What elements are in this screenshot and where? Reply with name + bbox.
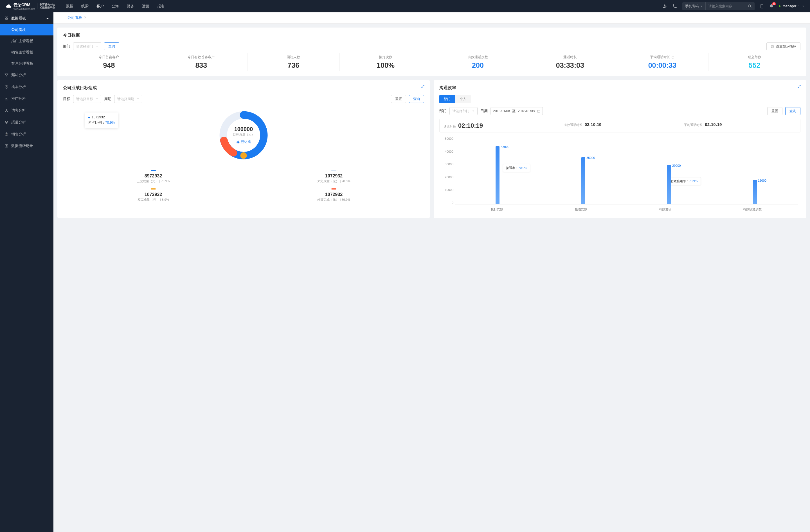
metric: 平均通话时长02:10:19	[680, 119, 800, 132]
channel-icon	[4, 120, 9, 124]
card-title: 今日数据	[63, 33, 800, 38]
donut-chart: 1072932 所占比例：70.9% 100000 目标总量（元）	[63, 109, 424, 162]
query-button[interactable]: 查询	[785, 107, 800, 115]
sidebar-item[interactable]: 客户经理看板	[0, 58, 53, 69]
sidebar-item[interactable]: 公司看板	[0, 24, 53, 35]
dept-select[interactable]: 请选择部门	[73, 43, 101, 50]
svg-rect-5	[7, 19, 8, 20]
nav-item[interactable]: 客户	[96, 4, 104, 9]
target-select[interactable]: 请选择目标	[73, 95, 101, 103]
svg-point-7	[6, 110, 7, 111]
expand-icon[interactable]	[797, 85, 801, 88]
card-title: 公司业绩目标达成	[63, 85, 424, 90]
card-goal: 公司业绩目标达成 目标 请选择目标 周期 请选择周期 重置	[58, 80, 430, 218]
menu-toggle-icon[interactable]	[58, 16, 62, 20]
search-icon[interactable]	[745, 4, 755, 8]
sidebar-item[interactable]: 推广分析	[0, 93, 53, 105]
gear-icon	[771, 45, 774, 48]
kpi: 通话时长03:33:03	[524, 53, 616, 71]
nav-item[interactable]: 线索	[81, 4, 88, 9]
logo[interactable]: 云朵CRM www.yunduocrm.com 教育机构一站 式服务云平台	[6, 2, 55, 10]
calendar-icon	[537, 110, 540, 113]
sidebar-item[interactable]: 渠道分析	[0, 116, 53, 128]
chevron-down-icon	[96, 45, 98, 48]
kpi: 成交单数552	[709, 53, 800, 71]
settings-button[interactable]: 设置显示指标	[766, 43, 800, 50]
bar: 18000	[753, 180, 757, 204]
search-box: 手机号码	[682, 2, 755, 10]
goal-status: 已达成	[236, 139, 251, 144]
sidebar-item[interactable]: 访客分析	[0, 105, 53, 116]
kpi: 拨打次数100%	[340, 53, 432, 71]
bar: 29000	[667, 165, 671, 204]
sidebar-group-header[interactable]: 数据看板	[0, 12, 53, 24]
brand-url: www.yunduocrm.com	[14, 7, 35, 10]
chevron-down-icon	[96, 98, 98, 100]
thumb-up-icon	[236, 140, 240, 144]
nav-item[interactable]: 公海	[112, 4, 119, 9]
legend-item: 1072932应完成量（元） | 8.9%	[63, 186, 244, 204]
legend-grid: 8972932已完成量（元） | 70.9%1072932未完成量（元） | 2…	[63, 167, 424, 204]
svg-rect-3	[7, 17, 8, 18]
mobile-icon[interactable]	[760, 4, 764, 9]
dept-select[interactable]: 请选择部门	[450, 107, 477, 115]
flow-icon	[4, 144, 9, 148]
add-user-icon[interactable]	[662, 4, 667, 9]
chart-icon	[4, 97, 9, 101]
notify-badge: 5	[772, 2, 776, 5]
sidebar-item[interactable]: 推广主管看板	[0, 35, 53, 47]
rate-tooltip: 接通率：70.9%	[503, 164, 530, 172]
svg-point-8	[5, 121, 6, 121]
reset-button[interactable]: 重置	[767, 107, 782, 115]
period-select[interactable]: 请选择周期	[114, 95, 142, 103]
chevron-down-icon	[700, 5, 702, 7]
query-button[interactable]: 查询	[409, 95, 424, 103]
query-button[interactable]: 查询	[104, 43, 119, 50]
sidebar-item[interactable]: 销售分析	[0, 128, 53, 140]
svg-point-10	[6, 123, 7, 123]
svg-text:?: ?	[673, 56, 673, 58]
svg-rect-2	[5, 17, 6, 18]
help-icon: ?	[671, 56, 675, 59]
sidebar-item[interactable]: 销售主管看板	[0, 47, 53, 58]
card-communication: 沟通效率 部门 个人 部门 请选择部门 日期 2018/01/08	[434, 80, 806, 218]
nav-item[interactable]: 财务	[127, 4, 134, 9]
seg-person[interactable]: 个人	[455, 95, 471, 103]
chevron-down-icon	[472, 110, 474, 112]
search-input[interactable]	[706, 4, 745, 8]
sidebar-item[interactable]: 数据流转记录	[0, 140, 53, 152]
nav-item[interactable]: 数据	[66, 4, 74, 9]
reset-button[interactable]: 重置	[391, 95, 406, 103]
kpi: 平均通话时长 ?00:00:33	[616, 53, 709, 71]
search-type-select[interactable]: 手机号码	[682, 2, 706, 10]
user-menu[interactable]: manager11	[779, 4, 804, 8]
brand-name: 云朵CRM	[14, 2, 35, 7]
main: 公司看板 ✕ 今日数据 部门 请选择部门 查询 设置显示指	[53, 12, 810, 532]
sidebar-item[interactable]: 漏斗分析	[0, 69, 53, 81]
svg-rect-20	[537, 110, 540, 113]
sales-icon	[4, 132, 9, 136]
sidebar-item[interactable]: 成本分析	[0, 81, 53, 93]
top-nav: 数据线索客户公海财务运营报名	[66, 4, 164, 9]
date-range-input[interactable]: 2018/01/08 至 2018/01/08	[490, 107, 543, 115]
seg-dept[interactable]: 部门	[439, 95, 455, 103]
expand-icon[interactable]	[421, 85, 425, 88]
rate-tooltip: 有效接通率：70.9%	[667, 177, 701, 185]
svg-point-1	[762, 7, 762, 7]
svg-point-13	[772, 46, 773, 47]
tabs-bar: 公司看板 ✕	[53, 12, 810, 23]
phone-icon[interactable]	[672, 4, 677, 9]
metrics-row: 通话时长02:10:19有效通话时长02:10:19平均通话时长02:10:19	[439, 119, 800, 132]
bell-icon[interactable]: 5	[769, 4, 774, 9]
visitor-icon	[4, 109, 9, 113]
metric: 有效通话时长02:10:19	[560, 119, 680, 132]
nav-item[interactable]: 报名	[157, 4, 164, 9]
nav-item[interactable]: 运营	[142, 4, 149, 9]
kpi: 有效通话次数200	[432, 53, 524, 71]
close-icon[interactable]: ✕	[84, 16, 86, 19]
metric: 通话时长02:10:19	[440, 119, 560, 132]
tab-company-dashboard[interactable]: 公司看板 ✕	[66, 12, 87, 23]
kpi: 回访人数736	[247, 53, 340, 71]
bar-chart: 50000400003000020000100000 接通率：70.9% 有效接…	[439, 137, 800, 213]
card-title: 沟通效率	[439, 85, 800, 90]
